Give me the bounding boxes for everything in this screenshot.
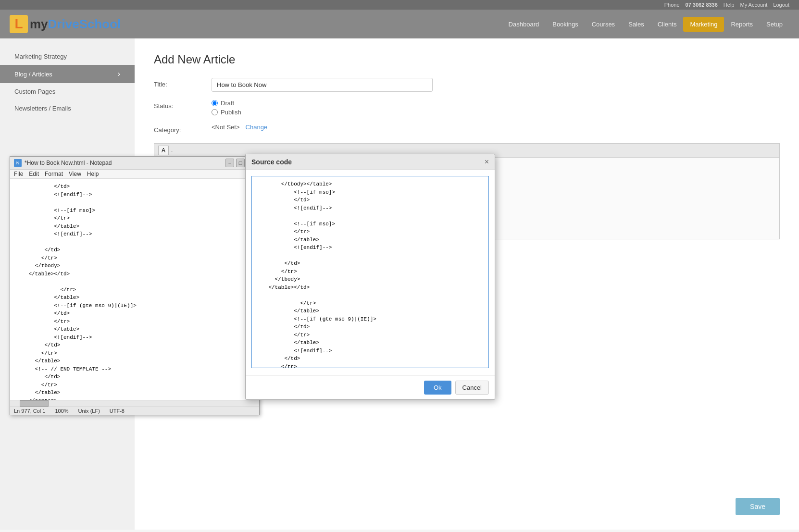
- toolbar-font-btn[interactable]: A: [158, 146, 169, 155]
- notepad-hscroll[interactable]: [10, 400, 259, 407]
- modal-footer: Ok Cancel: [246, 375, 495, 399]
- notepad-zoom: 100%: [55, 408, 68, 414]
- notepad-minimize-btn[interactable]: −: [225, 159, 234, 167]
- title-label: Title:: [154, 78, 202, 88]
- logo-my: my: [30, 17, 48, 31]
- main-content: Add New Article Title: Status: Draft Pub…: [135, 38, 799, 530]
- notepad-menu-file[interactable]: File: [14, 171, 23, 177]
- modal-body: </tbody></table> <!--[if mso]> </td> <![…: [246, 170, 495, 375]
- cancel-button[interactable]: Cancel: [455, 381, 489, 395]
- status-publish[interactable]: Publish: [212, 109, 241, 116]
- sidebar-item-custom-pages[interactable]: Custom Pages: [0, 83, 135, 100]
- help-link[interactable]: Help: [724, 2, 735, 8]
- toolbar-separator: -: [171, 147, 173, 154]
- logo-drive: Drive: [48, 17, 79, 31]
- status-radio-group: Draft Publish: [212, 99, 241, 116]
- nav-courses[interactable]: Courses: [585, 17, 622, 32]
- form-row-title: Title:: [154, 78, 780, 92]
- logo-school: School: [79, 17, 121, 31]
- nav-dashboard[interactable]: Dashboard: [502, 17, 546, 32]
- nav-sales[interactable]: Sales: [622, 17, 651, 32]
- notepad-menubar: File Edit Format View Help: [10, 170, 259, 179]
- notepad-encoding: UTF-8: [110, 408, 125, 414]
- nav-bookings[interactable]: Bookings: [546, 17, 585, 32]
- notepad-menu-edit[interactable]: Edit: [29, 171, 39, 177]
- source-code-modal: Source code × </tbody></table> <!--[if m…: [245, 154, 495, 400]
- phone-number: 07 3062 8336: [686, 2, 718, 8]
- notepad-title-text: *How to Book Now.html - Notepad: [25, 160, 112, 166]
- status-publish-radio[interactable]: [212, 109, 218, 115]
- nav-links: Dashboard Bookings Courses Sales Clients…: [502, 17, 789, 32]
- nav-marketing[interactable]: Marketing: [683, 17, 724, 32]
- notepad-menu-help[interactable]: Help: [87, 171, 99, 177]
- ok-button[interactable]: Ok: [424, 381, 451, 395]
- nav-clients[interactable]: Clients: [651, 17, 684, 32]
- notepad-ln-col: Ln 977, Col 1: [14, 408, 45, 414]
- form-row-status: Status: Draft Publish: [154, 99, 780, 116]
- form-row-category: Category: <Not Set> Change: [154, 124, 780, 134]
- notepad-window: N *How to Book Now.html - Notepad − □ × …: [10, 156, 260, 415]
- logo: L myDriveSchool: [10, 15, 121, 33]
- logo-l-icon: L: [10, 15, 28, 33]
- category-value: <Not Set>: [212, 124, 240, 131]
- notepad-icon: N: [14, 159, 22, 167]
- status-draft-radio[interactable]: [212, 100, 218, 106]
- page-container: Marketing Strategy Blog / Articles Custo…: [0, 38, 799, 530]
- status-publish-label: Publish: [221, 109, 241, 116]
- notepad-hscroll-thumb: [20, 400, 49, 407]
- save-button[interactable]: Save: [736, 498, 780, 515]
- notepad-body: </td> <![endif]--> <!--[if mso]> </tr> <…: [10, 179, 259, 400]
- status-draft[interactable]: Draft: [212, 99, 241, 107]
- nav-setup[interactable]: Setup: [760, 17, 789, 32]
- modal-close-button[interactable]: ×: [485, 158, 489, 166]
- logout-link[interactable]: Logout: [773, 2, 789, 8]
- sidebar-item-blog-articles[interactable]: Blog / Articles: [0, 65, 135, 83]
- notepad-title-area: N *How to Book Now.html - Notepad: [14, 159, 112, 167]
- my-account-link[interactable]: My Account: [740, 2, 767, 8]
- notepad-hscroll-track: [10, 400, 259, 407]
- notepad-maximize-btn[interactable]: □: [236, 159, 245, 167]
- phone-label: Phone: [664, 2, 680, 8]
- logo-text: myDriveSchool: [30, 17, 121, 32]
- main-nav: L myDriveSchool Dashboard Bookings Cours…: [0, 10, 799, 38]
- sidebar-item-newsletters-emails[interactable]: Newsletters / Emails: [0, 100, 135, 117]
- title-input[interactable]: [212, 78, 433, 92]
- modal-title: Source code: [251, 158, 292, 166]
- sidebar-item-marketing-strategy[interactable]: Marketing Strategy: [0, 48, 135, 65]
- notepad-content[interactable]: </td> <![endif]--> <!--[if mso]> </tr> <…: [10, 179, 252, 400]
- notepad-eol: Unix (LF): [78, 408, 100, 414]
- category-label: Category:: [154, 124, 202, 134]
- status-draft-label: Draft: [221, 99, 234, 107]
- notepad-menu-format[interactable]: Format: [45, 171, 63, 177]
- modal-header: Source code ×: [246, 154, 495, 170]
- status-label: Status:: [154, 99, 202, 110]
- change-category-link[interactable]: Change: [246, 124, 268, 131]
- top-bar: Phone 07 3062 8336 Help My Account Logou…: [0, 0, 799, 10]
- nav-reports[interactable]: Reports: [724, 17, 760, 32]
- notepad-titlebar: N *How to Book Now.html - Notepad − □ ×: [10, 157, 259, 170]
- page-title: Add New Article: [154, 53, 780, 66]
- source-code-textarea[interactable]: </tbody></table> <!--[if mso]> </td> <![…: [251, 176, 489, 368]
- notepad-statusbar: Ln 977, Col 1 100% Unix (LF) UTF-8: [10, 407, 259, 415]
- notepad-menu-view[interactable]: View: [69, 171, 81, 177]
- category-row: <Not Set> Change: [212, 124, 267, 131]
